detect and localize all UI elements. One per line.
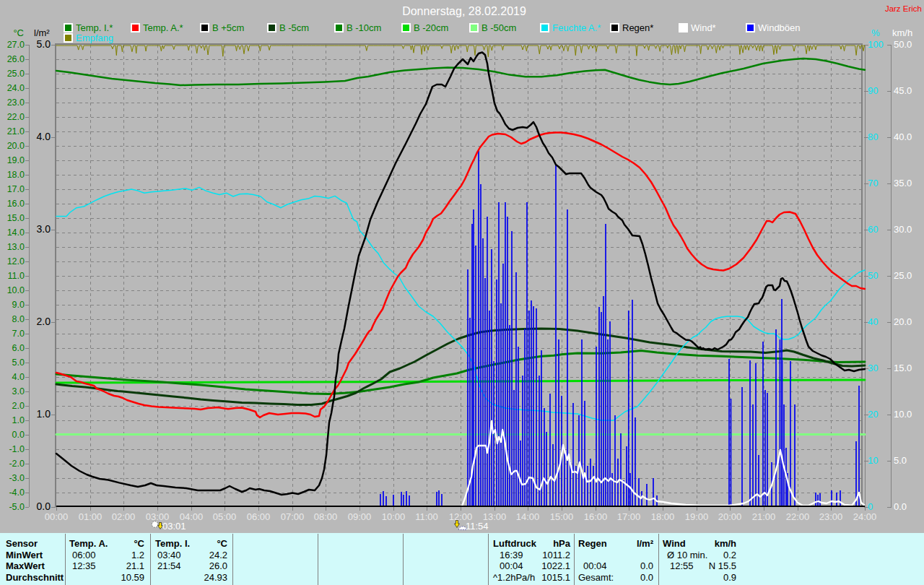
svg-text:20.0: 20.0 <box>894 316 912 327</box>
svg-text:11:54: 11:54 <box>466 521 489 532</box>
svg-text:60: 60 <box>868 224 878 235</box>
svg-text:Regen: Regen <box>578 538 607 549</box>
svg-text:MinWert: MinWert <box>6 550 43 560</box>
svg-text:Gesamt:: Gesamt: <box>578 572 614 583</box>
svg-text:10.0: 10.0 <box>894 409 912 420</box>
svg-text:90: 90 <box>868 85 878 96</box>
svg-text:07:00: 07:00 <box>281 511 305 522</box>
svg-text:Temp. I.: Temp. I. <box>155 538 190 549</box>
svg-text:Temp. I.*: Temp. I.* <box>76 22 113 33</box>
svg-text:1022.1: 1022.1 <box>541 560 570 571</box>
svg-text:15:00: 15:00 <box>550 511 574 522</box>
svg-text:21.1: 21.1 <box>126 560 144 571</box>
svg-text:Regen*: Regen* <box>622 22 653 33</box>
svg-text:35.0: 35.0 <box>894 178 912 188</box>
svg-text:B -50cm: B -50cm <box>481 22 516 33</box>
svg-text:40.0: 40.0 <box>894 131 912 142</box>
svg-text:8.0: 8.0 <box>12 314 25 324</box>
svg-text:20: 20 <box>868 409 878 420</box>
svg-text:17.0: 17.0 <box>7 184 25 194</box>
svg-text:4.0: 4.0 <box>37 131 51 142</box>
svg-text:°C: °C <box>13 27 24 38</box>
svg-text:5.0: 5.0 <box>12 358 25 368</box>
svg-text:0.0: 0.0 <box>640 560 653 571</box>
svg-text:15.0: 15.0 <box>894 363 912 373</box>
svg-text:09:00: 09:00 <box>348 511 372 522</box>
svg-text:20:00: 20:00 <box>718 511 742 522</box>
svg-text:11:00: 11:00 <box>415 511 438 522</box>
svg-text:9.0: 9.0 <box>12 300 25 310</box>
svg-text:27.0: 27.0 <box>7 40 25 50</box>
svg-text:21:54: 21:54 <box>157 560 181 571</box>
svg-text:11.0: 11.0 <box>8 271 25 281</box>
svg-text:21:00: 21:00 <box>752 511 776 522</box>
svg-text:12.0: 12.0 <box>7 256 25 266</box>
svg-text:12:55: 12:55 <box>670 560 694 571</box>
svg-text:l/m²: l/m² <box>34 27 50 38</box>
svg-text:1.0: 1.0 <box>12 415 25 425</box>
svg-text:25.0: 25.0 <box>7 69 25 79</box>
svg-text:6.0: 6.0 <box>12 343 25 353</box>
svg-text:1011.2: 1011.2 <box>542 550 570 560</box>
svg-text:14.0: 14.0 <box>7 228 25 238</box>
svg-text:Temp. A.*: Temp. A.* <box>143 22 183 33</box>
svg-text:B -5cm: B -5cm <box>279 22 309 33</box>
svg-text:14:00: 14:00 <box>516 511 540 522</box>
svg-text:km/h: km/h <box>892 27 912 38</box>
svg-text:03:40: 03:40 <box>157 550 181 560</box>
svg-text:15.0: 15.0 <box>7 213 25 223</box>
svg-text:0.9: 0.9 <box>723 572 736 583</box>
svg-text:Durchschnitt: Durchschnitt <box>6 572 64 583</box>
svg-text:17:00: 17:00 <box>617 511 641 522</box>
svg-text:B -10cm: B -10cm <box>346 22 381 33</box>
svg-text:0.0: 0.0 <box>12 430 25 440</box>
svg-text:70: 70 <box>868 178 878 188</box>
svg-text:08:00: 08:00 <box>314 511 338 522</box>
svg-text:80: 80 <box>868 131 878 142</box>
svg-text:02:00: 02:00 <box>112 511 136 522</box>
svg-text:24:00: 24:00 <box>853 511 877 522</box>
svg-text:06:00: 06:00 <box>247 511 271 522</box>
svg-text:10.0: 10.0 <box>7 285 25 295</box>
svg-text:0.0: 0.0 <box>37 500 51 512</box>
svg-text:03:01: 03:01 <box>162 521 186 532</box>
svg-text:16:00: 16:00 <box>584 511 608 522</box>
svg-text:%: % <box>871 27 880 38</box>
svg-text:Sensor: Sensor <box>6 538 38 549</box>
svg-text:24.2: 24.2 <box>209 550 227 560</box>
svg-text:13.0: 13.0 <box>7 242 25 252</box>
svg-text:°C: °C <box>134 538 144 549</box>
svg-text:1015.1: 1015.1 <box>541 572 570 583</box>
svg-text:0.0: 0.0 <box>894 501 907 512</box>
svg-text:40: 40 <box>868 316 878 327</box>
svg-text:05:00: 05:00 <box>213 511 237 522</box>
svg-text:24.0: 24.0 <box>7 83 25 93</box>
svg-text:10.59: 10.59 <box>121 572 144 583</box>
svg-text:06:00: 06:00 <box>72 550 96 560</box>
svg-text:km/h: km/h <box>715 538 736 549</box>
svg-text:-1.0: -1.0 <box>9 444 25 454</box>
svg-text:26.0: 26.0 <box>7 54 25 64</box>
svg-text:1.0: 1.0 <box>37 408 51 420</box>
svg-text:24.93: 24.93 <box>204 572 227 583</box>
svg-text:100: 100 <box>868 39 884 50</box>
svg-text:22.0: 22.0 <box>7 112 25 122</box>
svg-text:22:00: 22:00 <box>786 511 810 522</box>
svg-text:19:00: 19:00 <box>685 511 709 522</box>
svg-text:30.0: 30.0 <box>894 224 912 235</box>
svg-text:Ø 10 min.: Ø 10 min. <box>667 550 707 560</box>
svg-text:Temp. A.: Temp. A. <box>69 538 108 549</box>
svg-text:00:04: 00:04 <box>583 560 607 571</box>
svg-text:30: 30 <box>868 363 878 373</box>
svg-text:0.2: 0.2 <box>723 550 736 560</box>
svg-text:45.0: 45.0 <box>894 85 912 96</box>
svg-text:N 15.5: N 15.5 <box>709 560 736 571</box>
svg-text:16.0: 16.0 <box>7 199 25 209</box>
svg-text:3.0: 3.0 <box>12 386 25 396</box>
svg-text:23.0: 23.0 <box>7 98 25 108</box>
svg-text:10: 10 <box>868 455 878 466</box>
svg-text:°C: °C <box>217 538 227 549</box>
svg-text:^1.2hPa/h: ^1.2hPa/h <box>493 572 535 583</box>
svg-text:Wind: Wind <box>663 538 686 549</box>
svg-text:Empfang: Empfang <box>76 32 113 43</box>
